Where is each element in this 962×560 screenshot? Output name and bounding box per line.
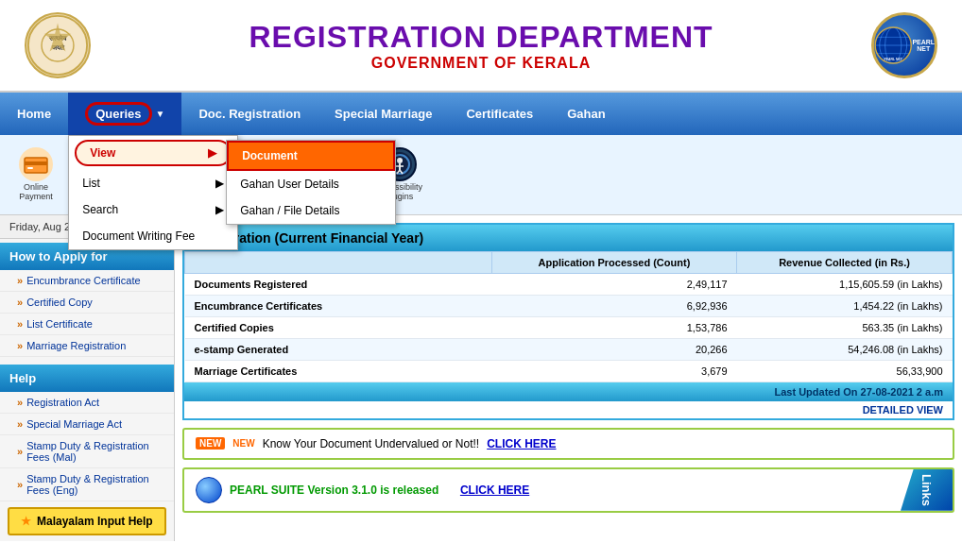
govt-subtitle: GOVERNMENT OF KERALA	[100, 55, 862, 72]
sidebar-item-list-certificate[interactable]: List Certificate	[0, 314, 174, 335]
row-label-4: Marriage Certificates	[185, 360, 492, 382]
queries-highlight: Queries	[85, 102, 151, 126]
gahan-user-subitem[interactable]: Gahan User Details	[227, 171, 395, 197]
main-content: Registration (Current Financial Year) Ap…	[175, 215, 962, 541]
sidebar-item-stamp-duty-eng[interactable]: Stamp Duty & Registration Fees (Eng)	[0, 468, 174, 501]
notice1-click-here[interactable]: CLICK HERE	[487, 437, 556, 450]
nav-gahan[interactable]: Gahan	[550, 93, 622, 135]
stats-title: Registration (Current Financial Year)	[184, 225, 953, 251]
table-row: Certified Copies 1,53,786 563.35 (in Lak…	[185, 316, 953, 338]
table-row: Marriage Certificates 3,679 56,33,900	[185, 360, 953, 382]
notice-undervalued: NEW NEW Know Your Document Undervalued o…	[182, 428, 954, 460]
links-banner: Links	[901, 469, 953, 511]
sidebar-item-marriage-registration[interactable]: Marriage Registration	[0, 335, 174, 357]
row-label-3: e-stamp Generated	[185, 338, 492, 360]
doc-writing-fee-item[interactable]: Document Writing Fee	[69, 223, 237, 249]
row-label-2: Certified Copies	[185, 316, 492, 338]
notice-pearl: PEARL SUITE Version 3.1.0 is released CL…	[182, 467, 954, 513]
dept-title: REGISTRATION DEPARTMENT	[100, 20, 862, 55]
header: सत्यमेव जयते REGISTRATION DEPARTMENT GOV…	[0, 0, 962, 93]
svg-rect-14	[25, 161, 47, 165]
nav-special-marriage[interactable]: Special Marriage	[318, 93, 449, 135]
svg-point-30	[397, 158, 403, 163]
help-header: Help	[0, 365, 174, 392]
sidebar: Friday, Aug 27, 2021 How to Apply for En…	[0, 215, 175, 541]
table-row: e-stamp Generated 20,266 54,246.08 (in L…	[185, 338, 953, 360]
queries-arrow: ▼	[156, 109, 165, 119]
svg-rect-15	[27, 167, 33, 169]
row-revenue-0: 1,15,605.59 (in Lakhs)	[737, 273, 953, 295]
row-revenue-1: 1,454.22 (in Lakhs)	[737, 295, 953, 316]
sidebar-item-special-marriage-act[interactable]: Special Marriage Act	[0, 414, 174, 435]
sidebar-item-registration-act[interactable]: Registration Act	[0, 392, 174, 414]
row-count-4: 3,679	[491, 360, 736, 382]
svg-text:PEARL NET: PEARL NET	[884, 58, 902, 61]
col-processed-header: Application Processed (Count)	[491, 251, 736, 273]
list-menu-item[interactable]: List ▶	[69, 170, 237, 196]
payment-icon	[19, 147, 53, 181]
icon-online-payment[interactable]: OnlinePayment	[8, 144, 64, 206]
sidebar-item-certified-copy[interactable]: Certified Copy	[0, 292, 174, 314]
row-revenue-4: 56,33,900	[737, 360, 953, 382]
document-subitem[interactable]: Document	[227, 141, 395, 171]
row-label-0: Documents Registered	[185, 273, 492, 295]
star-icon: ★	[21, 515, 31, 528]
row-revenue-2: 563.35 (in Lakhs)	[737, 316, 953, 338]
pearl-logo: PEARL NET	[862, 8, 947, 83]
view-menu-row[interactable]: View ▶ Document Gahan User Details Gahan…	[69, 140, 237, 166]
notice1-text: Know Your Document Undervalued or Not!!	[263, 437, 479, 450]
notice2-text: PEARL SUITE Version 3.1.0 is released	[230, 484, 438, 497]
row-count-3: 20,266	[491, 338, 736, 360]
nav-queries[interactable]: Queries ▼ View ▶ Document Gahan User Det…	[68, 93, 181, 135]
main-layout: Friday, Aug 27, 2021 How to Apply for En…	[0, 215, 962, 541]
row-label-1: Encumbrance Certificates	[185, 295, 492, 316]
col-type-header	[185, 251, 492, 273]
table-row: Encumbrance Certificates 6,92,936 1,454.…	[185, 295, 953, 316]
emblem-logo: सत्यमेव जयते	[15, 8, 100, 83]
view-subdropdown: Document Gahan User Details Gahan / File…	[226, 140, 396, 225]
new-badge-1: NEW	[196, 437, 225, 450]
sidebar-item-stamp-duty-mal[interactable]: Stamp Duty & Registration Fees (Mal)	[0, 435, 174, 468]
gahan-file-subitem[interactable]: Gahan / File Details	[227, 197, 395, 224]
col-revenue-header: Revenue Collected (in Rs.)	[737, 251, 953, 273]
header-title-block: REGISTRATION DEPARTMENT GOVERNMENT OF KE…	[100, 20, 862, 72]
nav-certificates[interactable]: Certificates	[449, 93, 550, 135]
india-emblem: सत्यमेव जयते	[25, 12, 91, 78]
detailed-view-link[interactable]: DETAILED VIEW	[184, 401, 953, 418]
view-menu-item[interactable]: View ▶	[75, 140, 232, 166]
row-count-2: 1,53,786	[491, 316, 736, 338]
stats-table: Application Processed (Count) Revenue Co…	[184, 251, 953, 382]
pearl-globe-icon	[196, 477, 222, 503]
table-row: Documents Registered 2,49,117 1,15,605.5…	[185, 273, 953, 295]
stats-wrapper: Registration (Current Financial Year) Ap…	[182, 223, 954, 420]
notice2-click-here[interactable]: CLICK HERE	[460, 484, 529, 497]
row-count-0: 2,49,117	[491, 273, 736, 295]
row-revenue-3: 54,246.08 (in Lakhs)	[737, 338, 953, 360]
queries-dropdown: View ▶ Document Gahan User Details Gahan…	[68, 135, 238, 250]
new-badge-2: NEW	[232, 438, 254, 449]
navbar: Home Queries ▼ View ▶ Document Gahan Use…	[0, 93, 962, 135]
queries-dropdown-menu: View ▶ Document Gahan User Details Gahan…	[68, 135, 238, 250]
globe-icon: PEARL NET	[871, 12, 937, 78]
row-count-1: 6,92,936	[491, 295, 736, 316]
payment-label: OnlinePayment	[19, 183, 53, 202]
stats-footer: Last Updated On 27-08-2021 2 a.m	[184, 382, 953, 401]
malayalam-input-btn[interactable]: ★ Malayalam Input Help	[8, 507, 166, 535]
nav-home[interactable]: Home	[0, 93, 68, 135]
sidebar-item-encumbrance[interactable]: Encumbrance Certificate	[0, 270, 174, 292]
nav-doc-registration[interactable]: Doc. Registration	[181, 93, 318, 135]
search-menu-item[interactable]: Search ▶	[69, 196, 237, 223]
